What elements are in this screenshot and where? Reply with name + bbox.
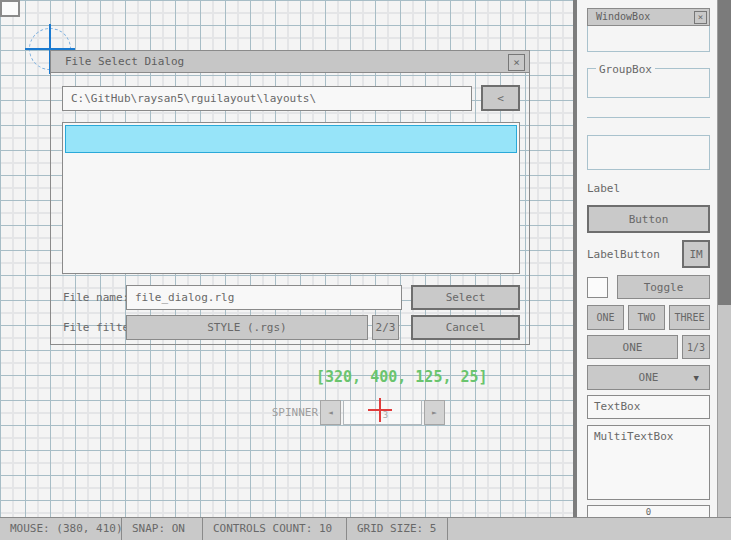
textbox-value: TextBox <box>594 400 640 413</box>
spinner-value: 3 <box>383 410 388 420</box>
arrow-right-icon: ► <box>432 408 437 417</box>
multitextbox-value: MultiTextBox <box>594 430 673 443</box>
placement-rect-hint: [320, 400, 125, 25] <box>316 368 500 386</box>
palette-line[interactable] <box>587 117 710 118</box>
path-value: C:\GitHub\raysan5\rguilayout\layouts\ <box>71 92 316 105</box>
spinner-valuebox[interactable]: 3 <box>343 400 422 425</box>
mouse-crosshair-vertical <box>379 398 381 422</box>
controls-palette: WindowBox × GroupBox Label Button LabelB… <box>577 0 717 517</box>
valuebox-value: 0 <box>646 507 651 517</box>
cancel-button[interactable]: Cancel <box>411 315 520 340</box>
palette-groupbox[interactable]: GroupBox <box>587 68 710 98</box>
togglegroup-two-label: TWO <box>637 312 655 323</box>
file-name-textbox[interactable]: file_dialog.rlg <box>126 285 402 310</box>
status-mouse: MOUSE: (380, 410) <box>0 518 122 540</box>
palette-multitextbox[interactable]: MultiTextBox <box>587 425 710 500</box>
back-arrow-label: < <box>497 92 504 105</box>
close-icon: × <box>698 12 703 22</box>
togglegroup-one-label: ONE <box>596 312 614 323</box>
button-label: Button <box>629 213 669 226</box>
palette-togglegroup-three[interactable]: THREE <box>669 305 710 330</box>
layout-canvas[interactable]: File Select Dialog × C:\GitHub\raysan5\r… <box>0 0 573 517</box>
palette-checkbox[interactable] <box>587 277 608 298</box>
scrollbar-thumb[interactable] <box>718 0 731 305</box>
palette-windowbox[interactable]: WindowBox × <box>587 8 710 52</box>
combobox-counter-value: 1/3 <box>687 342 705 353</box>
palette-panel[interactable] <box>587 135 710 170</box>
file-filter-counter-value: 2/3 <box>376 321 396 334</box>
select-button-label: Select <box>446 291 486 304</box>
windowbox-close-button[interactable]: × <box>694 11 707 24</box>
spinner-label: SPINNER <box>248 406 318 419</box>
palette-togglegroup-two[interactable]: TWO <box>628 305 665 330</box>
file-listbox[interactable] <box>62 122 520 274</box>
palette-textbox[interactable]: TextBox <box>587 395 710 419</box>
cancel-button-label: Cancel <box>446 321 486 334</box>
palette-toggle[interactable]: Toggle <box>617 275 710 299</box>
spinner-increment-button[interactable]: ► <box>424 400 445 425</box>
file-filter-combobox[interactable]: STYLE (.rgs) <box>126 315 368 340</box>
imagebutton-label: IM <box>689 248 702 261</box>
palette-combobox-counter[interactable]: 1/3 <box>682 335 710 359</box>
file-filter-value: STYLE (.rgs) <box>207 321 286 334</box>
palette-togglegroup-one[interactable]: ONE <box>587 305 624 330</box>
listbox-selected-item[interactable] <box>65 125 517 153</box>
file-name-value: file_dialog.rlg <box>135 291 234 304</box>
palette-imagebutton[interactable]: IM <box>682 240 710 268</box>
file-filter-counter[interactable]: 2/3 <box>372 315 399 340</box>
status-controls-count: CONTROLS COUNT: 10 <box>203 518 347 540</box>
status-snap[interactable]: SNAP: ON <box>122 518 203 540</box>
chevron-down-icon: ▼ <box>694 373 699 383</box>
file-name-label: File name: <box>63 291 129 304</box>
corner-box <box>0 0 20 17</box>
dropdownbox-label: ONE <box>639 371 659 384</box>
back-button[interactable]: < <box>481 85 520 111</box>
status-grid-size: GRID SIZE: 5 <box>347 518 448 540</box>
windowbox-title: WindowBox <box>596 11 650 22</box>
dialog-titlebar[interactable]: File Select Dialog <box>51 51 529 73</box>
toggle-label: Toggle <box>644 281 684 294</box>
palette-labelbutton[interactable]: LabelButton <box>587 248 660 261</box>
select-button[interactable]: Select <box>411 285 520 310</box>
windowbox-body <box>587 26 710 52</box>
palette-label[interactable]: Label <box>587 182 620 195</box>
groupbox-label: GroupBox <box>596 63 655 76</box>
close-icon: × <box>513 56 520 69</box>
path-textbox[interactable]: C:\GitHub\raysan5\rguilayout\layouts\ <box>62 86 472 111</box>
palette-dropdownbox[interactable]: ONE ▼ <box>587 365 710 390</box>
dialog-title: File Select Dialog <box>65 55 184 68</box>
spinner-decrement-button[interactable]: ◄ <box>320 400 341 425</box>
sidebar-scrollbar[interactable] <box>717 0 731 517</box>
arrow-left-icon: ◄ <box>328 408 333 417</box>
status-empty <box>448 518 731 540</box>
status-bar: MOUSE: (380, 410) SNAP: ON CONTROLS COUN… <box>0 517 731 540</box>
file-select-dialog-window[interactable]: File Select Dialog × C:\GitHub\raysan5\r… <box>50 50 530 345</box>
dialog-close-button[interactable]: × <box>508 54 525 71</box>
palette-button[interactable]: Button <box>587 205 710 233</box>
combobox-label: ONE <box>623 341 643 354</box>
palette-combobox[interactable]: ONE <box>587 335 678 359</box>
togglegroup-three-label: THREE <box>674 312 704 323</box>
